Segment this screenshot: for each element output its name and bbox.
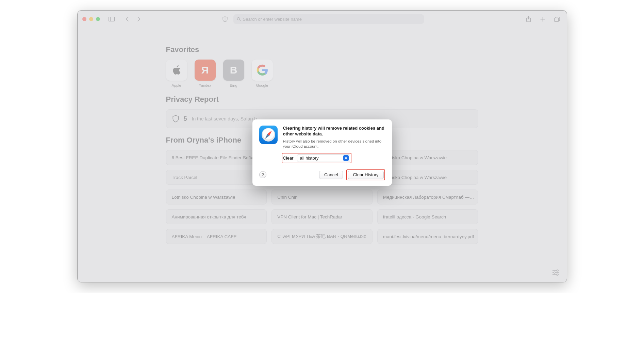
address-bar[interactable]: Search or enter website name xyxy=(233,14,424,24)
iphone-tab-item[interactable]: mani.fest.lviv.ua/menu/menu_bernardyny.p… xyxy=(377,229,478,244)
iphone-tab-item[interactable]: fratelli одесса - Google Search xyxy=(377,209,478,224)
shield-icon xyxy=(172,115,179,122)
tab-overview-button[interactable] xyxy=(552,15,562,23)
start-page-settings-button[interactable] xyxy=(551,268,561,277)
svg-point-15 xyxy=(556,274,558,275)
new-tab-button[interactable] xyxy=(538,15,548,23)
iphone-tab-item[interactable]: СТАРІ МУРИ TEA 茶吧 BAR - QRMenu.biz xyxy=(271,229,373,244)
clear-history-button[interactable]: Clear History xyxy=(348,171,383,179)
favorite-bing[interactable]: B Bing xyxy=(223,60,244,87)
svg-point-13 xyxy=(554,272,555,273)
select-value: all history xyxy=(300,156,319,161)
cancel-button[interactable]: Cancel xyxy=(319,171,343,179)
clear-label: Clear xyxy=(283,156,294,161)
favorite-apple[interactable]: Apple xyxy=(166,60,187,87)
iphone-tab-item[interactable]: 6 Best FREE Duplicate File Finder Softwa… xyxy=(166,150,267,165)
favorite-label: Google xyxy=(256,83,268,87)
iphone-tab-item[interactable]: Track Parcel xyxy=(166,170,267,185)
svg-point-11 xyxy=(556,270,558,271)
iphone-tab-item[interactable]: Chin Chin xyxy=(271,190,373,204)
forward-button[interactable] xyxy=(134,15,144,23)
iphone-tab-item[interactable]: Lotnisko Chopina w Warszawie xyxy=(377,170,478,185)
minimize-window-button[interactable] xyxy=(89,17,93,21)
iphone-tab-item[interactable]: VPN Client for Mac | TechRadar xyxy=(271,209,373,224)
favorite-label: Bing xyxy=(230,83,237,87)
back-button[interactable] xyxy=(122,15,132,23)
favorites-row: Apple Я Yandex B Bing Google xyxy=(166,60,478,87)
iphone-tab-item[interactable]: Медицинская Лаборатория Смартлаб —… xyxy=(377,190,478,204)
share-button[interactable] xyxy=(524,15,533,23)
favorite-yandex[interactable]: Я Yandex xyxy=(195,60,216,87)
iphone-tab-item[interactable]: Lotnisko Chopina w Warszawie xyxy=(166,190,267,204)
bing-icon: B xyxy=(223,60,244,81)
window-controls xyxy=(82,17,100,21)
tracker-count: 5 xyxy=(184,115,187,122)
sidebar-toggle-button[interactable] xyxy=(107,15,116,23)
iphone-tab-item[interactable]: AFRIKA Меню – AFRIKA CAFE xyxy=(166,229,267,244)
dialog-title: Clearing history will remove related coo… xyxy=(283,126,385,137)
clear-range-select[interactable]: all history xyxy=(297,154,350,162)
google-icon xyxy=(252,60,273,81)
search-icon xyxy=(237,17,241,21)
privacy-text: In the last seven days, Safari h xyxy=(192,116,257,121)
fullscreen-window-button[interactable] xyxy=(96,17,100,21)
safari-app-icon xyxy=(259,126,278,144)
clear-history-dialog: Clearing history will remove related coo… xyxy=(252,119,392,186)
dialog-subtitle: History will also be removed on other de… xyxy=(283,139,385,149)
close-window-button[interactable] xyxy=(82,17,86,21)
yandex-icon: Я xyxy=(195,60,216,81)
apple-icon xyxy=(166,60,187,81)
toolbar: Search or enter website name xyxy=(78,11,567,28)
iphone-tab-item[interactable]: Lotnisko Chopina w Warszawie xyxy=(377,150,478,165)
privacy-heading: Privacy Report xyxy=(166,95,478,104)
select-stepper-icon xyxy=(343,155,349,161)
privacy-shield-icon[interactable] xyxy=(220,15,230,23)
favorite-google[interactable]: Google xyxy=(252,60,273,87)
svg-line-4 xyxy=(240,20,241,21)
safari-window: Search or enter website name Favorites A… xyxy=(77,10,567,282)
favorite-label: Apple xyxy=(171,83,181,87)
svg-rect-0 xyxy=(109,17,114,21)
address-placeholder: Search or enter website name xyxy=(243,17,302,22)
favorite-label: Yandex xyxy=(199,83,211,87)
iphone-tab-item[interactable]: Анимированная открытка для тебя xyxy=(166,209,267,224)
favorites-heading: Favorites xyxy=(166,45,478,54)
svg-rect-9 xyxy=(555,18,559,21)
help-button[interactable]: ? xyxy=(259,171,266,178)
